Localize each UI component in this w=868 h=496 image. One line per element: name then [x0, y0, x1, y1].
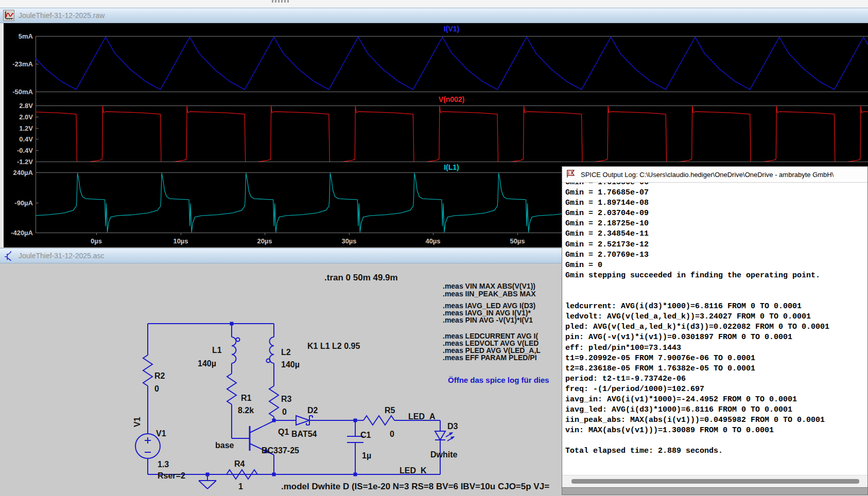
resistor-R3[interactable] — [269, 386, 279, 417]
led-D3[interactable] — [435, 431, 455, 441]
log-line: Gmin = 1.61556e-06 — [565, 183, 867, 188]
y-axis-label: -0.4V — [17, 147, 33, 154]
log-line: Gmin = 1.89714e-08 — [565, 198, 867, 208]
component-label: 0 — [390, 430, 394, 438]
y-axis-label: 0.4V — [19, 135, 33, 143]
inductor-L1[interactable] — [232, 337, 240, 363]
meas-directive-text: .meas PIN AVG -V(V1)*I(V1 — [443, 316, 533, 324]
y-axis-label: 5mA — [19, 32, 33, 40]
schematic-file-icon — [3, 250, 14, 261]
component-label: Dwhite — [430, 450, 458, 459]
component-label: LED_K — [400, 466, 427, 475]
log-line: iin_peak_abs: MAX(abs(i(v1)))=0.0495982 … — [565, 415, 867, 426]
component-label: Rser=2 — [158, 471, 185, 480]
trace-V(n002)[interactable] — [0, 106, 868, 163]
component-label: L1 — [212, 346, 222, 355]
component-label: 8.2k — [238, 406, 254, 415]
log-output-text[interactable]: Gmin = 1.61556e-06Gmin = 1.76685e-07Gmin… — [562, 183, 867, 475]
component-label: BC337-25 — [262, 446, 299, 455]
component-label: R2 — [154, 371, 165, 380]
x-axis-label: 40µs — [425, 237, 440, 245]
ltspice-logo-icon: LT — [565, 169, 577, 180]
waveform-window-titlebar[interactable]: JouleThief-31-12-2025.raw — [0, 8, 868, 23]
component-label: K1 L1 L2 0.95 — [307, 342, 360, 350]
ground-symbol[interactable] — [199, 474, 216, 489]
x-axis-label: 0µs — [91, 237, 102, 245]
inductor-L2[interactable] — [267, 337, 274, 363]
component-label: L2 — [281, 348, 291, 357]
trace-I(V1)[interactable] — [0, 37, 868, 90]
log-line: Gmin = 2.18725e-10 — [565, 219, 867, 229]
log-line: period: t2-t1=-9.73742e-06 — [565, 374, 867, 384]
spice-directive-text: .tran 0 50m 49.9m — [324, 273, 398, 282]
component-label: LED_A — [408, 412, 436, 421]
log-line: iavg_in: AVG(i(v1)*1000)=-24.4952 FROM 0… — [565, 395, 867, 405]
resistor-R2[interactable] — [143, 355, 152, 386]
log-line — [565, 281, 867, 291]
trace-title[interactable]: I(V1) — [444, 25, 459, 33]
resistor-R5[interactable] — [363, 416, 394, 425]
y-axis-label: -420µA — [11, 229, 33, 237]
log-line: t1=9.20992e-05 FROM 7.90076e-06 TO 0.000… — [565, 353, 867, 364]
top-toolbar-strip — [0, 0, 868, 8]
toolbar-grip — [272, 0, 289, 3]
log-line: freq: -(1/period/1000)=102.697 — [565, 384, 867, 395]
log-window-title: SPICE Output Log: C:\Users\claudio.hedig… — [581, 171, 834, 179]
y-axis-label: 2.0V — [19, 113, 33, 121]
spice-log-window: LT SPICE Output Log: C:\Users\claudio.he… — [562, 166, 868, 495]
log-line: ledcurrent: AVG(i(d3)*1000)=6.8116 FROM … — [565, 302, 867, 312]
component-label: 1 — [238, 482, 243, 491]
component-label: C1 — [360, 431, 371, 439]
ltspice-application: JouleThief-31-12-2025.raw 5mA-23mA-50mAI… — [0, 0, 868, 496]
log-line: eff: pled/pin*100=73.1443 — [565, 343, 867, 353]
component-label: R1 — [241, 394, 252, 402]
component-label: Q1 — [278, 428, 289, 436]
log-line: Gmin stepping succeeded in finding the o… — [565, 271, 867, 281]
log-line: Gmin = 2.34854e-11 — [565, 229, 867, 239]
log-line — [565, 436, 867, 446]
component-label: 0 — [154, 384, 159, 393]
x-axis-label: 50µs — [510, 237, 525, 245]
log-window-resize-edge[interactable] — [562, 487, 867, 494]
component-label: V1 — [156, 429, 166, 438]
y-axis-label: 2.8V — [19, 102, 33, 110]
log-line: Total elapsed time: 2.889 seconds. — [565, 446, 867, 456]
log-line: Gmin = 0 — [565, 260, 867, 271]
log-line: Gmin = 2.52173e-12 — [565, 240, 867, 250]
component-label: R3 — [281, 395, 292, 403]
log-line: pled: AVG(v(led_a,led_k)*i(d3))=0.022082… — [565, 322, 867, 332]
svg-text:LT: LT — [567, 171, 574, 175]
log-line: Gmin = 2.03704e-09 — [565, 208, 867, 219]
log-line: vin: MAX(abs(v(v1)))=1.30089 FROM 0 TO 0… — [565, 426, 867, 436]
trace-title[interactable]: I(L1) — [444, 163, 459, 171]
component-label: D2 — [307, 406, 318, 415]
log-line: ledvolt: AVG(v(led_a,led_k))=3.24027 FRO… — [565, 312, 867, 322]
x-axis-label: 20µs — [257, 237, 272, 245]
component-label: 0 — [282, 408, 287, 416]
diode-D2[interactable] — [296, 416, 313, 425]
component-label: 1µ — [362, 451, 371, 460]
x-axis-label: 10µs — [173, 237, 188, 245]
y-axis-label: -23mA — [12, 60, 33, 68]
log-line: t2=8.23618e-05 FROM 1.76382e-05 TO 0.000… — [565, 364, 867, 374]
log-line: iavg_led: AVG(i(d3)*1000)=6.8116 FROM 0 … — [565, 405, 867, 415]
y-axis-label: -50mA — [12, 88, 33, 96]
spice-directive-text: .model Dwhite D (IS=1e-20 N=3 RS=8 BV=6 … — [281, 482, 549, 491]
log-window-titlebar[interactable]: LT SPICE Output Log: C:\Users\claudio.he… — [562, 167, 867, 183]
meas-directive-text: .meas IIN_PEAK_ABS MAX — [443, 290, 536, 298]
component-label: 140µ — [198, 359, 216, 368]
resistor-R1[interactable] — [227, 374, 236, 404]
component-label: R5 — [385, 406, 395, 415]
y-axis-label: 1.2V — [19, 125, 33, 132]
trace-title[interactable]: V(n002) — [439, 95, 465, 103]
x-axis-label: 30µs — [341, 237, 356, 245]
component-label: R4 — [234, 459, 245, 468]
spice-log-hint-link[interactable]: Öffne das spice log für dies — [448, 376, 549, 384]
component-label: V1 — [133, 417, 142, 427]
schematic-labels: R20V1V11.3Rser=2L1140µR18.2kbaseQ1BC337-… — [133, 273, 549, 491]
log-horizontal-scrollbar[interactable] — [562, 475, 867, 487]
component-label: base — [215, 441, 234, 450]
log-line: Gmin = 1.76685e-07 — [565, 188, 867, 198]
scrollbar-thumb[interactable] — [571, 479, 859, 484]
meas-directive-text: .meas VIN MAX ABS(V(V1)) — [443, 282, 535, 290]
